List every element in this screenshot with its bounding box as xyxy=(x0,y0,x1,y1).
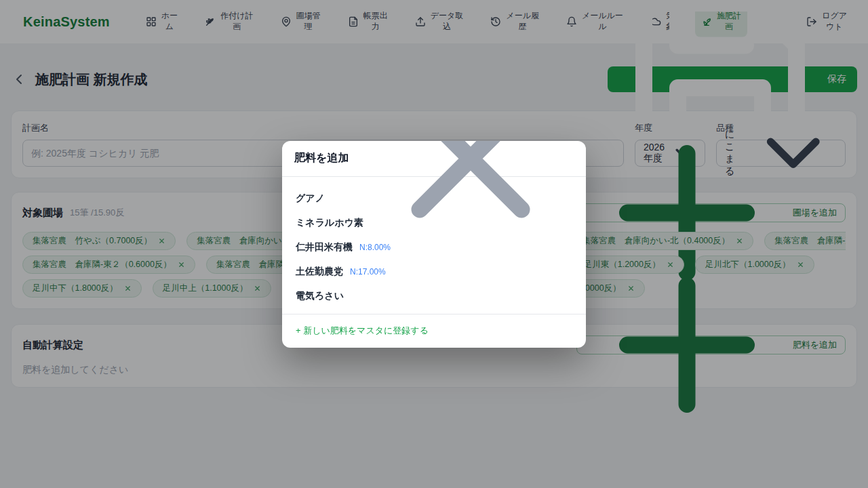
modal-title: 肥料を追加 xyxy=(294,151,349,165)
modal-close-button[interactable] xyxy=(368,141,574,262)
register-new-fertilizer-link[interactable]: + 新しい肥料をマスタに登録する xyxy=(296,325,429,337)
fertilizer-n-badge: N:8.00% xyxy=(359,243,391,252)
fertilizer-n-badge: N:17.00% xyxy=(350,267,386,277)
fertilizer-name: グアノ xyxy=(296,192,325,205)
add-fertilizer-modal: 肥料を追加 グアノ ミネラルホウ素 仁井田米有機 N:8.00% 土佐勤農党 N… xyxy=(282,141,586,348)
fertilizer-name: ミネラルホウ素 xyxy=(296,217,363,229)
fertilizer-name: 土佐勤農党 xyxy=(296,266,343,278)
modal-wrap: 肥料を追加 グアノ ミネラルホウ素 仁井田米有機 N:8.00% 土佐勤農党 N… xyxy=(0,0,868,488)
modal-footer: + 新しい肥料をマスタに登録する xyxy=(282,314,586,348)
fertilizer-name: 電気ろさい xyxy=(296,290,344,302)
fertilizer-list-item[interactable]: 電気ろさい xyxy=(282,284,586,308)
fertilizer-list-item[interactable]: 土佐勤農党 N:17.00% xyxy=(282,260,586,284)
fertilizer-name: 仁井田米有機 xyxy=(296,241,353,253)
close-icon xyxy=(369,141,572,260)
modal-header: 肥料を追加 xyxy=(282,141,586,177)
